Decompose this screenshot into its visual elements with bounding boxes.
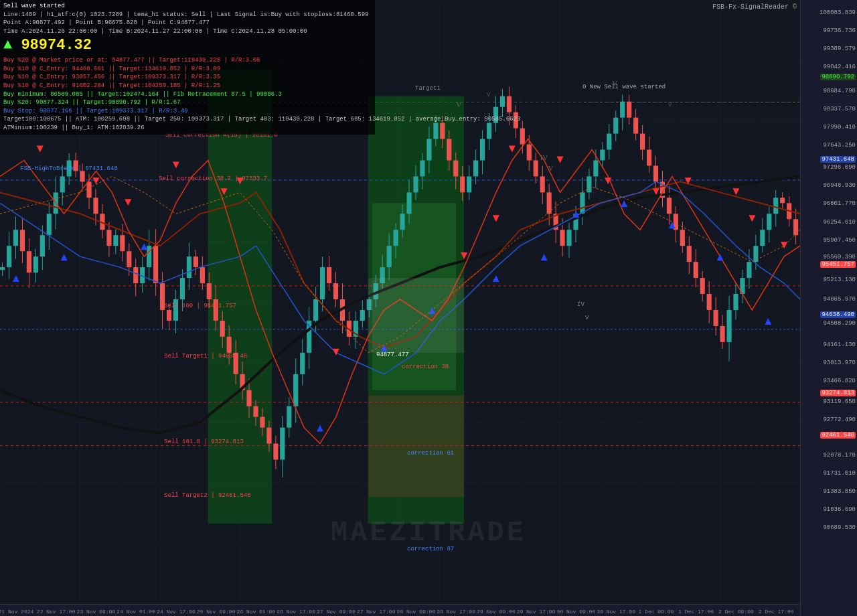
info-text-2: Point A:90877.492 | Point B:96675.828 | … (3, 19, 210, 26)
chart-title: Sell wave started (3, 3, 65, 9)
price-label: 98337.570 (823, 106, 856, 112)
price-label: 98684.790 (823, 88, 856, 94)
chart-container: Sell wave started Line:1489 | h1_atf:c(0… (0, 0, 857, 616)
chart-label-3: Sell correction 38.2 | 97333.7 (159, 175, 267, 182)
buy-line-6: Buy Stop: 98877.166 || Target:109373.317… (3, 107, 372, 116)
chart-label-12: Sell Target2 | 92461.546 (164, 492, 251, 499)
price-label: 98890.792 (820, 74, 856, 80)
price-label: 94161.130 (823, 341, 856, 348)
price-label: 95560.390 (823, 254, 856, 260)
buy-line-7: Target100:100675 || ATM: 100259.698 || T… (3, 115, 372, 124)
time-label: 1 Dec 17:00 (678, 609, 714, 615)
chart-label-16: V (668, 102, 672, 108)
price-label: 97643.250 (823, 142, 856, 149)
price-label: 96601.770 (823, 200, 856, 207)
time-label: 22 Nov 17:00 (37, 609, 76, 615)
price-label: 97296.090 (823, 164, 856, 171)
time-label: 28 Nov 17:00 (437, 609, 475, 615)
time-label: 21 Nov 2024 (0, 609, 33, 615)
price-label: 91731.010 (823, 470, 856, 477)
price-label: 94508.290 (823, 320, 856, 327)
price-label: 99389.579 (823, 46, 856, 52)
price-value: 98974.32 (21, 37, 92, 54)
time-label: 29 Nov 17:00 (517, 609, 556, 615)
time-label: 26 Nov 17:00 (277, 609, 315, 615)
fsb-label: FSB-Fx-SignalReader © (712, 3, 797, 11)
price-label: 93119.650 (823, 398, 856, 405)
price-label: 92772.490 (823, 416, 856, 423)
watermark-logo: MAEZITRADE (331, 517, 526, 549)
price-label: 97431.648 (820, 156, 856, 163)
price-label: 94638.490 (820, 311, 856, 318)
price-label: 93274.813 (820, 390, 856, 396)
time-label: 25 Nov 09:00 (197, 609, 236, 615)
buy-line-4: Buy minimum: 86509.085 || Target:102474.… (3, 90, 372, 99)
buy-line-8: ATMinium:100239 || Buy_1: ATM:102039.26 (3, 124, 372, 133)
time-label: 24 Nov 01:00 (116, 609, 155, 615)
info-text-3: Time A:2024.11.26 22:00:00 | Time B:2024… (3, 28, 307, 35)
chart-label-9: Sell 100 | 95451.757 (164, 303, 236, 309)
price-label: 95213.130 (823, 277, 856, 283)
time-label: 29 Nov 09:00 (477, 609, 516, 615)
time-label: 30 Nov 09:00 (557, 609, 596, 615)
price-label: 99042.416 (823, 64, 856, 70)
price-label: 99736.736 (823, 27, 856, 34)
info-line-1: Line:1489 | h1_atf:c(0) 1023.7289 | tema… (3, 11, 372, 19)
price-label: 91383.850 (823, 488, 856, 495)
info-line-2: Point A:90877.492 | Point B:96675.828 | … (3, 19, 372, 27)
chart-label-13: IV (577, 301, 585, 308)
price-label: 92078.170 (823, 452, 856, 459)
time-label: 27 Nov 17:00 (357, 609, 396, 615)
chart-label-10: Sell Target1 | 94638.48 (164, 353, 247, 360)
price-label: 93813.970 (823, 360, 856, 366)
chart-label-2: FSB-HighToBreak | 97431.648 (20, 165, 118, 172)
chart-label-11: Sell 161.8 | 93274.813 (164, 439, 244, 445)
time-scale: 21 Nov 202422 Nov 17:0023 Nov 09:0024 No… (0, 604, 800, 616)
time-label: 2 Dec 09:00 (718, 609, 754, 615)
price-label: 96948.930 (823, 182, 856, 189)
time-label: 30 Nov 17:00 (597, 609, 635, 615)
buy-line-2: Buy %10 @ C_Entry: 93057.456 || Target:1… (3, 73, 372, 82)
price-label: 100083.839 (820, 9, 856, 16)
price-label: 96254.610 (823, 219, 856, 226)
price-label: 93466.820 (823, 378, 856, 384)
chart-label-6: correction 38 (402, 364, 449, 370)
time-label: 1 Dec 09:00 (638, 609, 674, 615)
big-price: ▲ 98974.32 (3, 35, 372, 56)
title-line: Sell wave started (3, 2, 372, 11)
info-line-3: Time A:2024.11.26 22:00:00 | Time B:2024… (3, 27, 372, 36)
chart-label-7: correction 61 (407, 450, 454, 457)
buy-line-0: Buy %20 @ Market price or at: 94877.477 … (3, 56, 372, 65)
price-arrow: ▲ (3, 37, 12, 54)
price-label: 90689.530 (823, 524, 856, 531)
price-label: 92461.546 (820, 432, 856, 439)
time-label: 2 Dec 17:00 (759, 609, 794, 615)
buy-line-5: Buy %20: 90877.324 || Target:98890.792 |… (3, 98, 372, 107)
chart-label-14: V (585, 315, 589, 321)
price-label: 95907.450 (823, 237, 856, 244)
time-label: 28 Nov 09:00 (397, 609, 436, 615)
price-label: 97990.410 (823, 124, 856, 131)
chart-label-15: V (487, 92, 490, 98)
price-label: 91036.690 (823, 506, 856, 513)
price-label: 95451.757 (820, 261, 856, 268)
buy-line-3: Buy %10 @ C_Entry: 91602.284 || Target:1… (3, 82, 372, 90)
info-panel: Sell wave started Line:1489 | h1_atf:c(0… (0, 0, 375, 135)
buy-line-1: Buy %10 @ C_Entry: 94460.661 || Target:1… (3, 65, 372, 74)
time-label: 23 Nov 09:00 (77, 609, 116, 615)
chart-label-8: correction 87 (407, 546, 454, 552)
time-label: 26 Nov 01:00 (237, 609, 276, 615)
price-label: 94865.970 (823, 296, 856, 303)
price-scale: 100083.83999736.73699389.57999042.416988… (800, 0, 857, 616)
chart-label-1: Target1 (415, 85, 441, 92)
chart-label-5: 94877.477 (376, 352, 409, 358)
time-label: 24 Nov 17:00 (157, 609, 196, 615)
time-label: 27 Nov 09:00 (317, 609, 356, 615)
chart-label-0: 0 New Sell wave started (582, 84, 666, 90)
info-text-1: Line:1489 | h1_atf:c(0) 1023.7289 | tema… (3, 11, 369, 18)
